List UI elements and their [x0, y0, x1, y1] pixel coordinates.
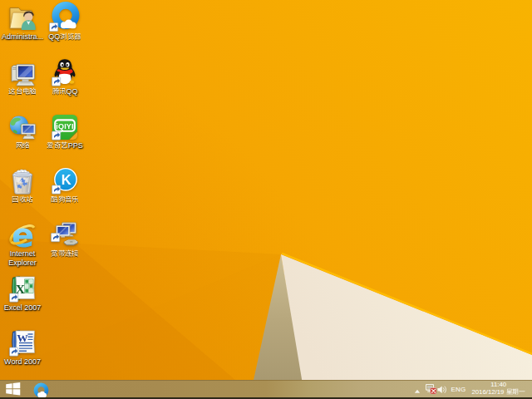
word-label: Word 2007 [0, 357, 49, 367]
start-button[interactable] [6, 382, 21, 399]
iqiyi-icon-art: iQIYI [52, 114, 78, 140]
modem [64, 240, 78, 245]
crt-monitor [16, 65, 34, 86]
broadband-icon-art [51, 222, 79, 249]
excel-icon: X [0, 274, 49, 303]
broadband-icon [38, 220, 91, 249]
iqiyi-label: PPS [38, 141, 91, 150]
qqbrowser-icon-art [49, 1, 81, 32]
network-icon-art [9, 116, 37, 140]
shortcut-arrow-badge [52, 77, 61, 86]
taskbar-qq-browser-button[interactable] [33, 382, 49, 399]
flat-monitor [21, 124, 35, 139]
shortcut-arrow-badge [52, 185, 61, 194]
iqiyi-icon: iQIYI [38, 112, 91, 140]
network-status-glyph [426, 384, 436, 394]
kugou-icon-art: K [52, 167, 78, 195]
qq-label: QQ [38, 87, 91, 96]
windows-desktop: { "desktop": { "icons": { "admin": { "la… [0, 0, 532, 399]
clock-time: 11:40 [471, 382, 525, 388]
desktop-icon-excel[interactable]: X Excel 2007 [0, 274, 49, 313]
desktop-icon-qqbrowser[interactable]: QQ [38, 3, 91, 42]
clock[interactable]: 11:40 2016/12/19 [471, 382, 525, 396]
excel-icon-art: X [9, 276, 37, 303]
desktop-icon-iqiyi[interactable]: iQIYI PPS [38, 112, 91, 150]
volume-tray-icon[interactable] [437, 382, 447, 397]
admin-icon-art [7, 5, 38, 32]
word-icon-art: W [9, 330, 37, 357]
shortcut-arrow-badge [52, 234, 60, 242]
windows-logo [6, 382, 21, 396]
shortcut-arrow-badge [50, 23, 58, 32]
bin-body [12, 173, 32, 195]
clock-date: 2016/12/19 [471, 388, 525, 396]
desktop-icon-kugou[interactable]: K [38, 166, 91, 204]
qq-icon [38, 58, 91, 86]
kugou-letter: K [62, 172, 71, 187]
hidden-icons-button[interactable] [414, 382, 421, 397]
desktop-icon-broadband[interactable] [38, 220, 91, 259]
broadband-label [38, 249, 91, 259]
excel-sheet: X [15, 277, 34, 298]
qq-icon-art [52, 58, 78, 86]
kugou-label [38, 195, 91, 204]
iqiyi-logo-text: iQIYI [56, 122, 74, 131]
red-x-badge [431, 387, 436, 393]
desktop-icon-word[interactable]: W Word 2007 [0, 328, 49, 367]
kugou-icon: K [38, 166, 91, 195]
word-page: W [16, 331, 35, 352]
word-letter: W [17, 332, 28, 344]
recycle-icon-art [11, 169, 34, 195]
hidden-icons-arrow-glyph [414, 389, 421, 394]
shortcut-arrow-badge [52, 131, 61, 140]
network-tray-icon[interactable] [426, 382, 436, 397]
language-indicator[interactable]: ENG [451, 386, 466, 393]
shortcut-arrow-badge [9, 293, 17, 302]
desktop-icon-qq[interactable]: QQ [38, 58, 91, 96]
taskbar: ENG 11:40 2016/12/19 [0, 380, 532, 399]
volume-glyph [437, 386, 447, 394]
ie-icon-art: e [7, 222, 37, 249]
system-tray: ENG 11:40 2016/12/19 [414, 381, 532, 398]
thispc-icon-art [9, 63, 37, 86]
word-icon: W [0, 328, 49, 357]
qq-browser-taskbar-glyph [33, 382, 49, 398]
excel-label: Excel 2007 [0, 303, 49, 313]
qqbrowser-label: QQ [38, 32, 91, 42]
shortcut-arrow-badge [9, 347, 17, 356]
qqbrowser-icon [38, 3, 91, 32]
